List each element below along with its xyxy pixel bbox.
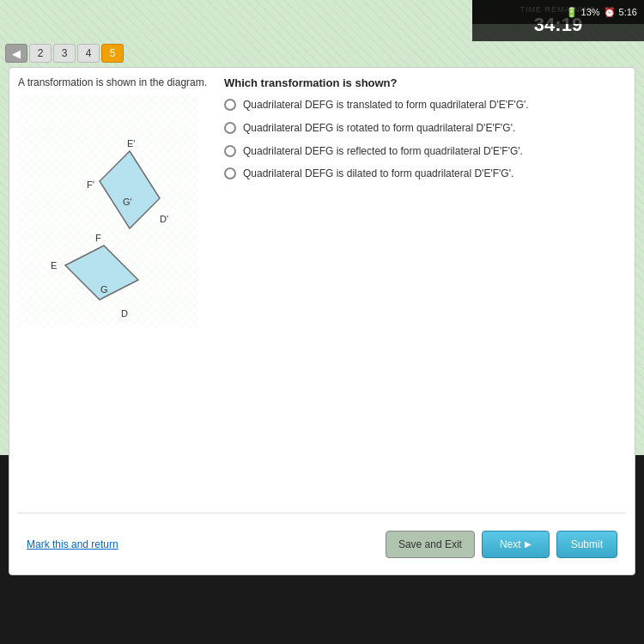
tab-4[interactable]: 4 xyxy=(77,44,100,63)
svg-text:E': E' xyxy=(127,138,135,149)
answer-text-3: Quadrilateral DEFG is reflected to form … xyxy=(243,144,523,159)
mark-return-link[interactable]: Mark this and return xyxy=(27,538,118,550)
clock-time: 5:16 xyxy=(619,7,637,17)
answer-option-2[interactable]: Quadrilateral DEFG is rotated to form qu… xyxy=(224,121,626,136)
bottom-buttons: Save and Exit Next Submit xyxy=(386,531,617,558)
tab-3[interactable]: 3 xyxy=(53,44,76,63)
status-bar: 🔋 13% ⏰ 5:16 xyxy=(472,0,644,24)
answer-text-2: Quadrilateral DEFG is rotated to form qu… xyxy=(243,121,515,136)
tab-5[interactable]: 5 xyxy=(101,44,124,63)
svg-text:G: G xyxy=(100,284,108,295)
answer-text-4: Quadrilateral DEFG is dilated to form qu… xyxy=(243,167,513,181)
svg-text:D': D' xyxy=(160,214,168,224)
answer-option-4[interactable]: Quadrilateral DEFG is dilated to form qu… xyxy=(224,167,626,181)
answer-option-3[interactable]: Quadrilateral DEFG is reflected to form … xyxy=(224,144,626,159)
radio-2[interactable] xyxy=(224,122,236,134)
diagram-canvas: E' F' D' G' E F D G xyxy=(18,95,198,319)
battery-icon: 🔋 xyxy=(566,7,578,18)
radio-4[interactable] xyxy=(224,167,236,179)
next-button[interactable]: Next xyxy=(482,531,550,558)
svg-text:F: F xyxy=(95,233,101,243)
clock-icon: ⏰ xyxy=(604,7,616,18)
answer-option-1[interactable]: Quadrilateral DEFG is translated to form… xyxy=(224,98,626,112)
radio-1[interactable] xyxy=(224,99,236,111)
submit-button[interactable]: Submit xyxy=(556,531,617,558)
diagram-section: A transformation is shown in the diagram… xyxy=(18,76,216,566)
svg-text:D: D xyxy=(121,308,128,319)
question-area: A transformation is shown in the diagram… xyxy=(9,67,635,575)
svg-text:F': F' xyxy=(87,179,94,190)
question-text: Which transformation is shown? xyxy=(224,76,626,89)
tab-bar: ◀ 2 3 4 5 xyxy=(0,41,129,65)
diagram-label: A transformation is shown in the diagram… xyxy=(18,76,216,88)
answer-text-1: Quadrilateral DEFG is translated to form… xyxy=(243,98,529,112)
back-button[interactable]: ◀ xyxy=(5,44,27,63)
radio-3[interactable] xyxy=(224,145,236,157)
battery-level: 13% xyxy=(581,7,600,17)
save-exit-button[interactable]: Save and Exit xyxy=(386,531,475,558)
tab-2[interactable]: 2 xyxy=(29,44,52,63)
svg-text:G': G' xyxy=(123,197,132,207)
svg-text:E: E xyxy=(51,260,57,270)
bottom-bar: Mark this and return Save and Exit Next … xyxy=(18,513,626,574)
answers-section: Which transformation is shown? Quadrilat… xyxy=(216,76,626,566)
